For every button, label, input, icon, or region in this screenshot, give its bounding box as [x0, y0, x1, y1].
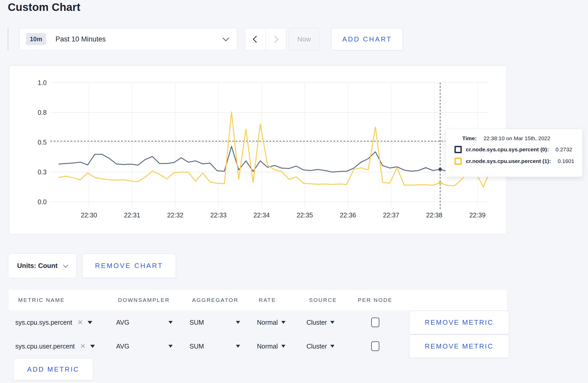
x-axis-tick-label: 22:31 [124, 211, 140, 219]
cursor-dot-0 [439, 168, 442, 171]
x-axis-tick-label: 22:36 [340, 211, 356, 219]
chart-tooltip: Time: 22:38:10 on Mar 15th, 2022 cr.node… [445, 129, 583, 177]
series-user-legend-icon [454, 158, 462, 165]
col-header-source: SOURCE [309, 297, 337, 303]
downsampler-select[interactable]: AVG [116, 319, 129, 326]
tooltip-series-sys-value: 0.2732 [556, 146, 572, 153]
tooltip-time-label: Time: [462, 135, 477, 141]
tooltip-series-sys-label: cr.node.sys.cpu.sys.percent (0): [466, 146, 549, 153]
caret-down-icon [281, 345, 285, 348]
metric-name-value: sys.cpu.user.percent [15, 343, 75, 350]
rate-select[interactable]: Normal [257, 319, 285, 326]
clear-metric-icon[interactable]: ✕ [78, 318, 83, 327]
custom-chart-page: Custom Chart 10m Past 10 Minutes Now ADD… [0, 0, 588, 383]
add-metric-button[interactable]: ADD METRIC [13, 358, 93, 380]
x-axis-tick-label: 22:39 [469, 211, 486, 219]
caret-down-icon [330, 345, 334, 348]
chevron-down-icon [222, 35, 229, 41]
x-axis-tick-label: 22:33 [210, 211, 227, 219]
chevron-right-icon [271, 36, 278, 43]
source-select[interactable]: Cluster [306, 343, 334, 350]
caret-down-icon [88, 321, 92, 324]
clear-metric-icon[interactable]: ✕ [80, 342, 86, 350]
col-header-downsampler: DOWNSAMPLER [118, 297, 170, 303]
col-header-per-node: PER NODE [358, 297, 393, 303]
units-select[interactable]: Units: Count [8, 253, 76, 278]
col-header-metric-name: METRIC NAME [18, 297, 65, 303]
cursor-dot-1 [439, 181, 442, 184]
y-axis-tick-label: 1.0 [38, 79, 47, 86]
add-chart-button[interactable]: ADD CHART [331, 28, 403, 50]
x-axis-tick-label: 22:35 [297, 211, 313, 219]
tooltip-time-value: 22:38:10 on Mar 15th, 2022 [484, 135, 550, 141]
tooltip-series-user-label: cr.node.sys.cpu.user.percent (1): [466, 158, 551, 164]
caret-down-icon[interactable] [169, 345, 173, 348]
metrics-table-header: METRIC NAME DOWNSAMPLER AGGREGATOR RATE … [9, 290, 507, 310]
units-label: Units: Count [17, 262, 58, 270]
time-nav-group [245, 28, 286, 50]
caret-down-icon [90, 345, 95, 348]
series-line-1 [59, 112, 491, 187]
time-range-select[interactable]: 10m Past 10 Minutes [19, 28, 237, 50]
metric-name-value: sys.cpu.sys.percent [15, 319, 72, 326]
y-axis-tick-label: 0.8 [38, 109, 47, 116]
next-range-button[interactable] [265, 28, 286, 50]
y-axis-tick-label: 0.5 [38, 139, 47, 146]
y-axis-tick-label: 0.0 [38, 198, 47, 205]
timeseries-chart[interactable]: 0.00.30.50.81.022:3022:3122:3222:3322:34… [9, 66, 507, 235]
table-row: sys.cpu.user.percent ✕ AVG SUM Normal Cl… [9, 334, 507, 358]
col-header-aggregator: AGGREGATOR [192, 297, 239, 303]
rate-value: Normal [257, 319, 278, 326]
series-line-0 [59, 146, 491, 172]
aggregator-select[interactable]: SUM [190, 319, 204, 326]
per-node-checkbox[interactable] [371, 342, 379, 351]
per-node-checkbox[interactable] [371, 318, 379, 327]
remove-metric-button[interactable]: REMOVE METRIC [409, 311, 509, 334]
aggregator-select[interactable]: SUM [190, 343, 204, 350]
source-select[interactable]: Cluster [306, 319, 334, 326]
chevron-down-icon [63, 263, 68, 268]
time-range-badge: 10m [26, 33, 46, 45]
caret-down-icon [330, 321, 334, 324]
tooltip-series-user-value: 0.1601 [558, 158, 574, 164]
x-axis-tick-label: 22:34 [254, 211, 270, 219]
caret-down-icon [281, 321, 285, 324]
caret-down-icon[interactable] [236, 345, 240, 348]
metric-name-select[interactable]: sys.cpu.user.percent ✕ [15, 342, 95, 350]
remove-metric-button[interactable]: REMOVE METRIC [409, 335, 509, 358]
caret-down-icon[interactable] [236, 321, 240, 324]
col-header-rate: RATE [259, 297, 276, 303]
prev-range-button[interactable] [245, 28, 266, 50]
x-axis-tick-label: 22:37 [383, 211, 399, 219]
table-row: sys.cpu.sys.percent ✕ AVG SUM Normal Clu… [9, 310, 507, 334]
x-axis-tick-label: 22:38 [426, 211, 443, 219]
remove-chart-button[interactable]: REMOVE CHART [82, 253, 176, 278]
page-title: Custom Chart [8, 1, 80, 13]
toolbar-divider [8, 28, 8, 50]
rate-select[interactable]: Normal [257, 343, 285, 350]
rate-value: Normal [257, 343, 278, 350]
chart-card: 0.00.30.50.81.022:3022:3122:3222:3322:34… [9, 65, 507, 235]
metric-name-select[interactable]: sys.cpu.sys.percent ✕ [15, 318, 92, 327]
chevron-left-icon [253, 36, 260, 43]
source-value: Cluster [306, 343, 327, 350]
downsampler-select[interactable]: AVG [116, 343, 129, 350]
now-button[interactable]: Now [289, 28, 320, 50]
x-axis-tick-label: 22:32 [167, 211, 184, 219]
time-range-label: Past 10 Minutes [55, 35, 106, 43]
x-axis-tick-label: 22:30 [81, 211, 97, 219]
source-value: Cluster [306, 319, 327, 326]
series-sys-legend-icon [454, 146, 462, 153]
caret-down-icon[interactable] [169, 321, 173, 324]
y-axis-tick-label: 0.3 [38, 168, 47, 176]
